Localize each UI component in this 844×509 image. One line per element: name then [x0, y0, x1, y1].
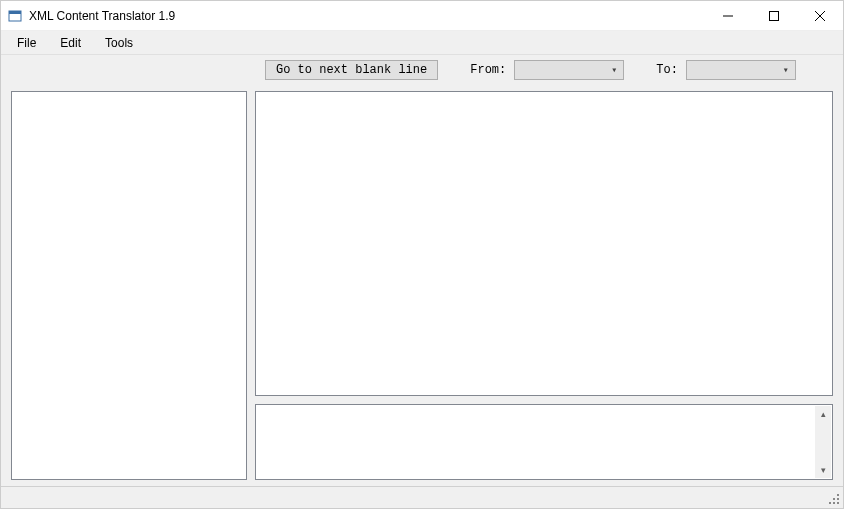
svg-rect-1: [9, 11, 21, 14]
right-column: ▴ ▾: [255, 91, 833, 480]
chevron-down-icon: ▾: [783, 64, 789, 76]
svg-rect-3: [770, 11, 779, 20]
app-icon: [7, 8, 23, 24]
minimize-button[interactable]: [705, 1, 751, 30]
from-language-combo[interactable]: ▾: [514, 60, 624, 80]
resize-grip[interactable]: [827, 492, 841, 506]
menubar: File Edit Tools: [1, 31, 843, 55]
tree-panel[interactable]: [11, 91, 247, 480]
toolbar: Go to next blank line From: ▾ To: ▾: [1, 55, 843, 85]
menu-edit[interactable]: Edit: [50, 33, 91, 53]
goto-next-blank-button[interactable]: Go to next blank line: [265, 60, 438, 80]
maximize-button[interactable]: [751, 1, 797, 30]
titlebar: XML Content Translator 1.9: [1, 1, 843, 31]
from-label: From:: [470, 63, 506, 77]
scroll-up-icon[interactable]: ▴: [815, 406, 831, 422]
edit-panel[interactable]: ▴ ▾: [255, 404, 833, 480]
to-label: To:: [656, 63, 678, 77]
scroll-down-icon[interactable]: ▾: [815, 462, 831, 478]
statusbar: [1, 486, 843, 508]
window-controls: [705, 1, 843, 30]
window-title: XML Content Translator 1.9: [29, 9, 705, 23]
menu-tools[interactable]: Tools: [95, 33, 143, 53]
vertical-scrollbar[interactable]: ▴ ▾: [815, 406, 831, 478]
chevron-down-icon: ▾: [611, 64, 617, 76]
to-language-combo[interactable]: ▾: [686, 60, 796, 80]
grid-panel[interactable]: [255, 91, 833, 396]
menu-file[interactable]: File: [7, 33, 46, 53]
close-button[interactable]: [797, 1, 843, 30]
content-area: ▴ ▾: [1, 85, 843, 486]
